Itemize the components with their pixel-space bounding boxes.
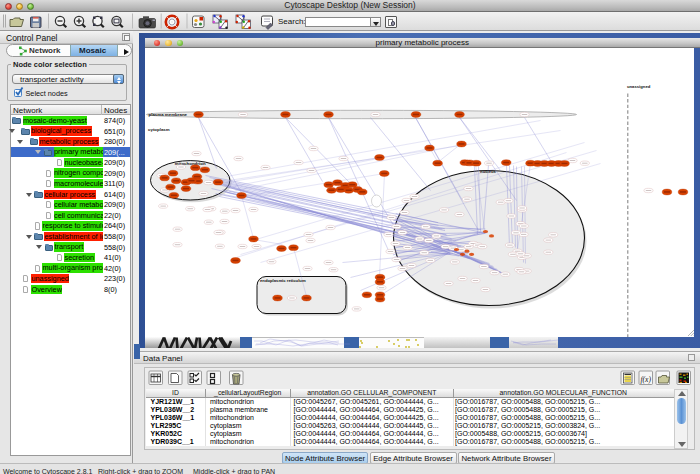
svg-text:plasma membrane: plasma membrane — [148, 112, 187, 117]
svg-text:cytoplasm: cytoplasm — [148, 127, 170, 132]
svg-text:unassigned: unassigned — [627, 84, 651, 89]
svg-text:endoplasmic reticulum: endoplasmic reticulum — [260, 278, 306, 283]
svg-text:nucleus: nucleus — [480, 169, 496, 174]
